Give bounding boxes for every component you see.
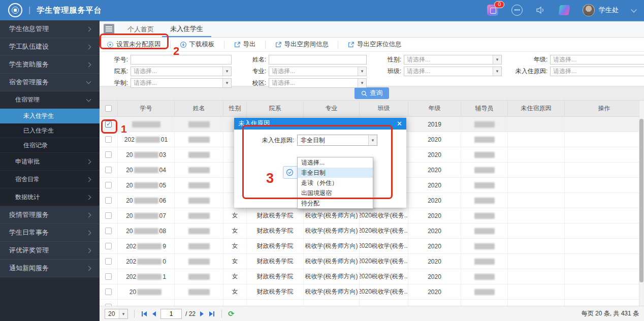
sidebar-item-not-checked-in[interactable]: 未入住学生 — [0, 109, 100, 123]
page-number-input[interactable] — [160, 309, 182, 319]
theme-icon[interactable] — [559, 5, 570, 15]
redacted-name — [188, 152, 210, 158]
sidebar-item-daily-affairs[interactable]: 学生日常事务 — [0, 224, 100, 242]
first-page-button[interactable] — [141, 310, 148, 317]
export-icon — [234, 41, 241, 48]
redacted-student-id — [132, 121, 160, 127]
export-empty-beds-button[interactable]: 导出空床位信息 — [344, 40, 405, 49]
collapse-menu-icon[interactable] — [104, 24, 114, 35]
table-row[interactable]: 2021 女 财政税务学院 税收学(税务师方向) 2020税收学(税务... 2… — [100, 269, 644, 284]
sidebar-item-apply-approve[interactable]: 申请审批 — [0, 153, 100, 171]
sidebar-item-staff-team[interactable]: 学工队伍建设 — [0, 38, 100, 56]
toolbar-divider — [170, 41, 171, 48]
row-checkbox[interactable] — [105, 136, 112, 143]
class-select[interactable]: 请选择... — [404, 67, 502, 76]
select-all-checkbox[interactable] — [105, 105, 112, 112]
sidebar-item-student-info[interactable]: 学生信息管理 — [0, 20, 100, 38]
export-button[interactable]: 导出 — [231, 40, 259, 49]
chevron-down-icon[interactable] — [631, 7, 636, 12]
row-checkbox[interactable] — [105, 288, 112, 295]
table-row-partial — [100, 300, 644, 306]
export-icon — [347, 41, 355, 48]
chevron-down-icon — [86, 97, 91, 102]
sidebar-item-student-aid[interactable]: 学生资助服务 — [0, 56, 100, 74]
redacted-name — [188, 259, 210, 265]
department-select[interactable]: 请选择... — [131, 67, 232, 76]
table-row[interactable]: 20 女 财政税务学院 税收学(税务师方向) 2020税收学(税务... 202… — [100, 284, 644, 300]
page-size-select[interactable]: 20 — [105, 309, 128, 319]
study-length-select[interactable]: 请选择... — [131, 78, 232, 88]
dropdown-option[interactable]: 请选择... — [298, 157, 373, 168]
row-checkbox[interactable] — [105, 228, 112, 234]
toolbar-divider — [224, 41, 224, 48]
user-menu[interactable]: 学生处 — [583, 4, 619, 16]
name-input[interactable] — [269, 55, 367, 65]
chevron-right-icon — [86, 177, 91, 182]
sidebar-item-statistics[interactable]: 数据统计 — [0, 188, 100, 206]
close-icon[interactable]: ✕ — [397, 120, 402, 127]
sidebar-item-residence-mgmt[interactable]: 住宿管理 — [0, 91, 100, 109]
dropdown-option[interactable]: 出国境退宿 — [298, 188, 373, 198]
chat-icon[interactable]: ••• — [511, 5, 523, 16]
tab-home[interactable]: 个人首页 — [119, 21, 162, 37]
grade-select[interactable]: 请选择... — [550, 55, 644, 65]
sidebar-item-residence-records[interactable]: 住宿记录 — [0, 138, 100, 153]
notifications-icon[interactable]: 0 — [487, 5, 498, 16]
redacted-counselor — [474, 259, 495, 265]
filter-label: 姓名: — [236, 55, 266, 64]
redacted-name — [188, 228, 210, 234]
sidebar-item-dorm-service[interactable]: 宿舍管理服务 — [0, 74, 100, 91]
table-row[interactable]: 2007 女 财政税务学院 税收学(税务师方向) 2020税收学(税务... 2… — [100, 208, 644, 223]
sidebar-item-checked-in[interactable]: 已入住学生 — [0, 123, 100, 138]
prev-page-button[interactable] — [151, 310, 157, 317]
export-empty-rooms-button[interactable]: 导出空房间信息 — [272, 40, 332, 49]
row-checkbox[interactable] — [105, 304, 112, 306]
row-checkbox[interactable] — [105, 197, 112, 204]
reason-value-select[interactable]: 非全日制 — [297, 135, 377, 146]
user-name: 学生处 — [599, 6, 619, 15]
student-id-input[interactable] — [131, 55, 232, 65]
modal-body: 未入住原因: 非全日制 请选择... 非全日制 走读（外住） 出国境退宿 待分配 — [234, 130, 406, 208]
scrollbar-thumb[interactable] — [639, 119, 643, 282]
chevron-right-icon — [86, 248, 91, 253]
row-checkbox[interactable] — [105, 212, 112, 219]
major-select[interactable]: 请选择... — [269, 67, 367, 76]
reason-select[interactable]: 请选择... — [550, 67, 644, 76]
last-page-button[interactable] — [208, 310, 215, 317]
row-checkbox[interactable] — [105, 258, 112, 265]
redacted-name — [188, 243, 210, 249]
redacted-name — [188, 182, 210, 188]
table-row[interactable]: 2029 女 财政税务学院 税收学(税务师方向) 2020税收学(税务... 2… — [100, 239, 644, 254]
row-checkbox[interactable] — [105, 151, 112, 158]
next-page-button[interactable] — [199, 310, 205, 317]
row-checkbox[interactable] — [105, 243, 112, 249]
caret-down-icon — [358, 79, 366, 87]
row-checkbox[interactable] — [105, 273, 112, 280]
row-checkbox[interactable] — [105, 167, 112, 173]
set-unassigned-reason-button[interactable]: 设置未分配原因 — [104, 40, 164, 49]
row-checkbox[interactable] — [105, 121, 112, 127]
redacted-name — [188, 137, 210, 143]
sidebar-item-epidemic[interactable]: 疫情管理服务 — [0, 206, 100, 224]
table-row[interactable]: 2008 女 财政税务学院 税收学(税务师方向) 2020税收学(税务... 2… — [100, 223, 644, 239]
speaker-icon[interactable] — [536, 6, 546, 15]
campus-select[interactable]: 请选择... — [269, 78, 367, 88]
dropdown-option[interactable]: 待分配 — [298, 198, 373, 208]
filter-label: 性别: — [371, 55, 401, 64]
tab-not-checked-in[interactable]: 未入住学生 — [162, 21, 211, 37]
sidebar-item-news[interactable]: 通知新闻服务 — [0, 260, 100, 277]
row-checkbox[interactable] — [105, 182, 112, 188]
refresh-icon[interactable]: ⟳ — [228, 309, 235, 318]
sidebar-item-dorm-daily[interactable]: 宿舍日常 — [0, 171, 100, 188]
query-button[interactable]: 查询 — [355, 87, 389, 99]
redacted-student-id — [137, 274, 162, 280]
record-count-summary: 每页 20 条, 共 431 条 — [582, 309, 639, 318]
chevron-right-icon — [86, 62, 91, 67]
table-row[interactable]: 2020 女 财政税务学院 税收学(税务师方向) 2020税收学(税务... 2… — [100, 254, 644, 269]
gender-select[interactable]: 请选择... — [404, 55, 502, 65]
dropdown-option-selected[interactable]: 非全日制 — [298, 168, 373, 178]
caret-down-icon — [119, 309, 127, 318]
dropdown-option[interactable]: 走读（外住） — [298, 178, 373, 188]
sidebar-item-awards[interactable]: 评优评奖管理 — [0, 242, 100, 260]
download-template-button[interactable]: 下载模板 — [177, 40, 218, 49]
